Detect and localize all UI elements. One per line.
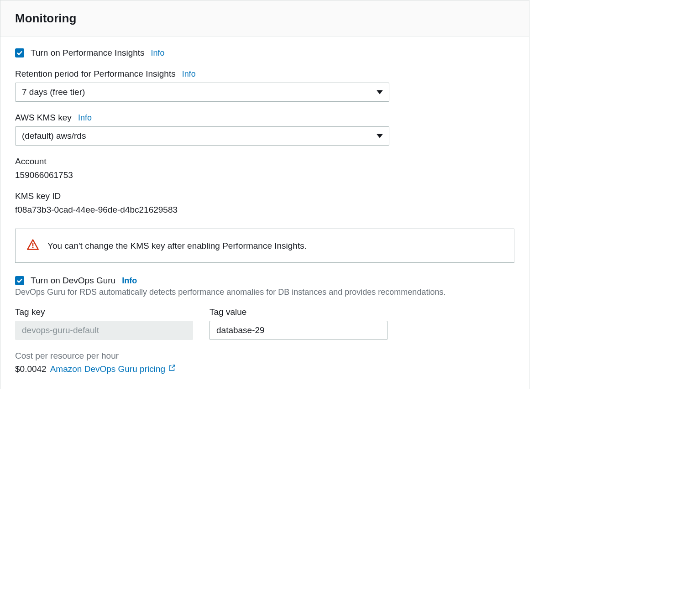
kms-key-info-link[interactable]: Info bbox=[78, 113, 92, 123]
devops-guru-label: Turn on DevOps Guru bbox=[31, 276, 115, 286]
external-link-icon bbox=[168, 364, 176, 374]
kms-warning-text: You can't change the KMS key after enabl… bbox=[47, 241, 307, 251]
check-icon bbox=[16, 277, 23, 284]
svg-point-3 bbox=[32, 247, 33, 248]
monitoring-panel: Monitoring Turn on Performance Insights … bbox=[0, 0, 529, 389]
check-icon bbox=[16, 50, 23, 56]
pricing-link-text: Amazon DevOps Guru pricing bbox=[50, 364, 165, 374]
account-label: Account bbox=[15, 157, 47, 167]
perf-insights-info-link[interactable]: Info bbox=[151, 48, 165, 58]
retention-label: Retention period for Performance Insight… bbox=[15, 69, 176, 79]
kms-warning-alert: You can't change the KMS key after enabl… bbox=[15, 229, 514, 263]
kms-key-select-value: (default) aws/rds bbox=[22, 131, 86, 141]
devops-guru-checkbox[interactable] bbox=[15, 276, 24, 285]
retention-info-link[interactable]: Info bbox=[182, 69, 196, 79]
warning-icon bbox=[26, 238, 39, 253]
tag-value-label: Tag value bbox=[209, 307, 246, 317]
cost-label: Cost per resource per hour bbox=[15, 351, 514, 361]
panel-title: Monitoring bbox=[15, 11, 514, 26]
tag-key-input bbox=[15, 321, 193, 340]
retention-select-value: 7 days (free tier) bbox=[22, 87, 85, 97]
cost-value: $0.0042 bbox=[15, 364, 47, 374]
kms-key-id-value: f08a73b3-0cad-44ee-96de-d4bc21629583 bbox=[15, 205, 514, 215]
kms-key-select[interactable]: (default) aws/rds bbox=[15, 126, 389, 146]
pricing-link[interactable]: Amazon DevOps Guru pricing bbox=[50, 364, 176, 374]
retention-select[interactable]: 7 days (free tier) bbox=[15, 83, 389, 102]
kms-key-label: AWS KMS key bbox=[15, 113, 72, 123]
perf-insights-label: Turn on Performance Insights bbox=[31, 48, 145, 58]
tag-value-input[interactable] bbox=[209, 321, 387, 340]
kms-key-id-label: KMS key ID bbox=[15, 191, 61, 201]
panel-body: Turn on Performance Insights Info Retent… bbox=[0, 37, 529, 389]
panel-header: Monitoring bbox=[0, 0, 529, 37]
tag-key-label: Tag key bbox=[15, 307, 45, 317]
perf-insights-checkbox[interactable] bbox=[15, 48, 24, 57]
account-value: 159066061753 bbox=[15, 170, 514, 180]
devops-guru-info-link[interactable]: Info bbox=[122, 276, 137, 286]
devops-guru-description: DevOps Guru for RDS automatically detect… bbox=[15, 287, 514, 297]
